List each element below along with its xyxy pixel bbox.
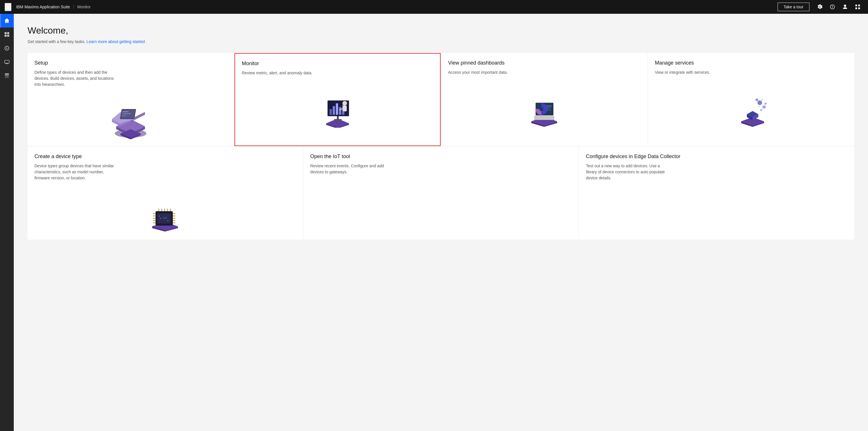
header-icons [814, 1, 863, 12]
card-manage-services-title: Manage services [655, 60, 848, 66]
header: IBM Maximo Application Suite Monitor Tak… [0, 0, 868, 14]
svg-rect-88 [167, 209, 168, 211]
monitor-illustration [242, 76, 433, 128]
card-manage-services[interactable]: Manage services View or integrate with s… [648, 53, 855, 146]
svg-rect-84 [173, 222, 175, 223]
card-monitor-desc: Review metric, alert, and anomaly data. [242, 70, 322, 76]
card-monitor[interactable]: Monitor Review metric, alert, and anomal… [235, 53, 441, 146]
cards-row-1: Setup Define types of devices and then a… [28, 53, 854, 146]
sidebar-item-home[interactable] [0, 14, 14, 28]
welcome-title: Welcome, [28, 25, 854, 36]
svg-rect-37 [333, 106, 335, 115]
card-view-pinned-title: View pinned dashboards [448, 60, 641, 66]
card-setup-desc: Define types of devices and then add the… [34, 69, 115, 88]
svg-point-67 [755, 98, 758, 101]
card-monitor-title: Monitor [242, 61, 433, 67]
svg-rect-25 [123, 111, 129, 112]
svg-rect-3 [856, 5, 857, 6]
card-view-pinned[interactable]: View pinned dashboards Access your most … [441, 53, 648, 146]
main-content: Welcome, Get started with a few key task… [14, 14, 868, 431]
svg-rect-8 [7, 32, 9, 34]
sidebar-item-dashboard[interactable] [0, 28, 14, 41]
card-configure-desc: Test out a new way to add devices. Use a… [586, 163, 666, 181]
card-iot-tool-desc: Review recent events. Configure and add … [310, 163, 391, 175]
svg-rect-56 [547, 107, 551, 109]
dashboards-illustration [448, 75, 641, 127]
svg-rect-81 [173, 216, 175, 216]
svg-marker-50 [534, 116, 554, 120]
svg-rect-1 [5, 6, 11, 7]
svg-rect-10 [7, 35, 9, 37]
svg-rect-27 [122, 115, 127, 116]
card-device-type-title: Create a device type [34, 154, 296, 159]
svg-rect-86 [161, 209, 162, 211]
svg-rect-14 [5, 73, 9, 74]
svg-point-66 [760, 109, 763, 111]
svg-rect-36 [330, 109, 332, 115]
svg-rect-82 [173, 218, 175, 219]
menu-icon[interactable] [5, 3, 11, 11]
svg-rect-6 [858, 7, 860, 9]
welcome-subtitle: Get started with a few key tasks. Learn … [28, 39, 854, 44]
device-type-illustration: ◈ IoT [34, 181, 296, 233]
card-configure-devices[interactable]: Configure devices in Edge Data Collector… [579, 147, 854, 240]
apps-grid-icon[interactable] [852, 1, 863, 12]
settings-icon[interactable] [814, 1, 826, 12]
svg-point-92 [159, 216, 160, 217]
svg-rect-13 [5, 60, 9, 63]
svg-point-43 [342, 101, 347, 105]
svg-rect-0 [5, 4, 11, 5]
sidebar [0, 14, 14, 431]
svg-rect-80 [173, 213, 175, 214]
svg-rect-9 [5, 35, 7, 37]
sidebar-item-data[interactable] [0, 69, 14, 83]
svg-rect-26 [122, 113, 131, 114]
svg-rect-76 [153, 216, 156, 216]
svg-point-69 [764, 102, 767, 105]
svg-rect-55 [547, 105, 552, 106]
svg-point-68 [761, 99, 763, 101]
card-manage-services-desc: View or integrate with services. [655, 69, 735, 75]
card-iot-tool-title: Open the IoT tool [310, 154, 572, 159]
learn-more-link[interactable]: Learn more about getting started [86, 39, 145, 44]
svg-rect-78 [153, 220, 156, 221]
card-setup[interactable]: Setup Define types of devices and then a… [28, 53, 234, 146]
svg-rect-79 [153, 222, 156, 223]
svg-rect-89 [170, 209, 171, 211]
svg-rect-83 [173, 220, 175, 221]
svg-rect-75 [153, 213, 156, 214]
cards-row-2: Create a device type Device types group … [28, 147, 854, 240]
svg-point-70 [758, 105, 760, 107]
brand-name: IBM Maximo Application Suite [16, 5, 70, 9]
svg-point-93 [167, 220, 168, 221]
svg-rect-15 [5, 75, 9, 76]
svg-point-64 [757, 100, 762, 105]
svg-point-65 [763, 105, 766, 109]
svg-rect-38 [336, 103, 338, 115]
card-view-pinned-desc: Access your most important data. [448, 69, 528, 75]
card-device-type-desc: Device types group devices that have sim… [34, 163, 115, 181]
card-setup-title: Setup [34, 60, 227, 66]
svg-rect-44 [343, 105, 347, 111]
sidebar-item-devices[interactable] [0, 55, 14, 69]
svg-rect-42 [334, 119, 342, 120]
svg-rect-39 [339, 107, 341, 115]
svg-rect-77 [153, 218, 156, 219]
svg-rect-5 [856, 7, 857, 9]
setup-illustration [34, 88, 227, 139]
svg-rect-7 [5, 32, 7, 34]
svg-rect-2 [5, 8, 11, 8]
card-create-device-type[interactable]: Create a device type Device types group … [28, 147, 303, 240]
svg-rect-16 [5, 77, 9, 78]
sidebar-item-monitor[interactable] [0, 41, 14, 55]
services-illustration [655, 75, 848, 127]
svg-rect-57 [547, 110, 551, 111]
user-icon[interactable] [839, 1, 851, 12]
help-icon[interactable] [827, 1, 838, 12]
header-brand: IBM Maximo Application Suite Monitor [16, 5, 91, 9]
svg-rect-4 [858, 5, 860, 6]
svg-rect-85 [158, 209, 159, 211]
take-tour-button[interactable]: Take a tour [778, 3, 809, 11]
svg-rect-87 [164, 209, 165, 211]
card-open-iot-tool[interactable]: Open the IoT tool Review recent events. … [303, 147, 579, 240]
